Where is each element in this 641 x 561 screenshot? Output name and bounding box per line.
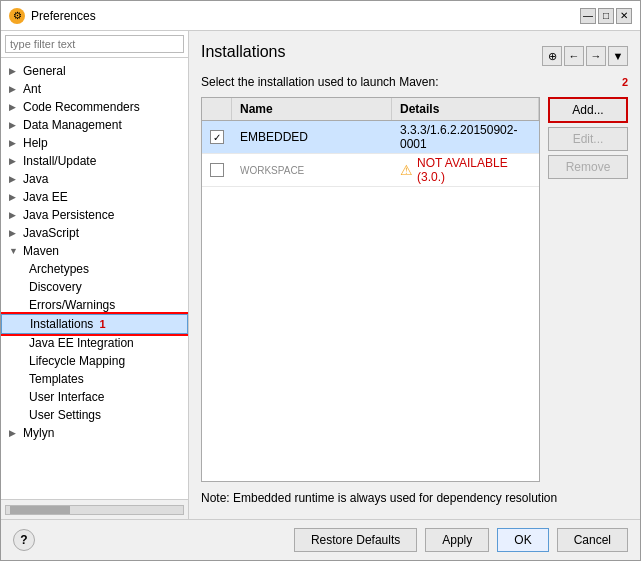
side-buttons: Add... Edit... Remove [548,97,628,482]
sidebar-item-user-interface[interactable]: User Interface [1,388,188,406]
table-row[interactable]: ✓ EMBEDDED 3.3.3/1.6.2.20150902-0001 [202,121,539,154]
apply-button[interactable]: Apply [425,528,489,552]
row-name-embedded: EMBEDDED [232,128,392,146]
remove-button[interactable]: Remove [548,155,628,179]
help-button[interactable]: ? [13,529,35,551]
sidebar-item-mylyn[interactable]: ▶ Mylyn [1,424,188,442]
window-controls: — □ ✕ [580,8,632,24]
titlebar: ⚙ Preferences — □ ✕ [1,1,640,31]
chevron-right-icon: ▶ [9,228,19,238]
filter-box [1,31,188,58]
chevron-right-icon: ▶ [9,66,19,76]
chevron-right-icon: ▶ [9,210,19,220]
chevron-right-icon: ▶ [9,84,19,94]
sidebar-item-errors-warnings[interactable]: Errors/Warnings [1,296,188,314]
row-checkbox-workspace[interactable] [202,161,232,179]
sidebar-item-user-settings[interactable]: User Settings [1,406,188,424]
checkbox-workspace[interactable] [210,163,224,177]
chevron-right-icon: ▶ [9,120,19,130]
sidebar-scrollbar[interactable] [1,499,188,519]
row-details-embedded: 3.3.3/1.6.2.20150902-0001 [392,121,539,153]
col-header-details: Details [392,98,539,120]
titlebar-left: ⚙ Preferences [9,8,96,24]
sidebar-item-discovery[interactable]: Discovery [1,278,188,296]
chevron-right-icon: ▶ [9,174,19,184]
sidebar: ▶ General ▶ Ant ▶ Code Recommenders ▶ Da… [1,31,189,519]
checkbox-embedded[interactable]: ✓ [210,130,224,144]
sidebar-item-javaee-integration[interactable]: Java EE Integration [1,334,188,352]
nav-forward-button[interactable]: → [586,46,606,66]
panel-subtitle: Select the installation used to launch M… [201,75,438,89]
badge-number-1: 1 [99,318,105,330]
sidebar-item-templates[interactable]: Templates [1,370,188,388]
sidebar-item-java-persistence[interactable]: ▶ Java Persistence [1,206,188,224]
sidebar-item-general[interactable]: ▶ General [1,62,188,80]
chevron-right-icon: ▶ [9,102,19,112]
table-row[interactable]: WORKSPACE ⚠ NOT AVAILABLE (3.0.) [202,154,539,187]
sidebar-item-archetypes[interactable]: Archetypes [1,260,188,278]
col-header-name: Name [232,98,392,120]
restore-defaults-button[interactable]: Restore Defaults [294,528,417,552]
sidebar-item-installations[interactable]: Installations 1 [1,314,188,334]
sidebar-item-javascript[interactable]: ▶ JavaScript [1,224,188,242]
sidebar-item-lifecycle-mapping[interactable]: Lifecycle Mapping [1,352,188,370]
table-header: Name Details [202,98,539,121]
sidebar-item-ant[interactable]: ▶ Ant [1,80,188,98]
bottom-bar: ? Restore Defaults Apply OK Cancel [1,519,640,560]
note-text: Note: Embedded runtime is always used fo… [201,490,628,507]
chevron-right-icon: ▶ [9,192,19,202]
content-area: ▶ General ▶ Ant ▶ Code Recommenders ▶ Da… [1,31,640,519]
minimize-button[interactable]: — [580,8,596,24]
close-button[interactable]: ✕ [616,8,632,24]
main-panel: Installations ⊕ ← → ▼ Select the install… [189,31,640,519]
scrollbar-thumb[interactable] [10,506,70,514]
nav-dropdown-button[interactable]: ⊕ [542,46,562,66]
badge-number-2: 2 [622,76,628,88]
tree: ▶ General ▶ Ant ▶ Code Recommenders ▶ Da… [1,58,188,499]
preferences-window: ⚙ Preferences — □ ✕ ▶ General ▶ [0,0,641,561]
table-empty-space [202,187,539,481]
col-header-checkbox [202,98,232,120]
chevron-right-icon: ▶ [9,156,19,166]
panel-title: Installations [201,43,286,61]
bottom-buttons: Restore Defaults Apply OK Cancel [294,528,628,552]
sidebar-item-data-management[interactable]: ▶ Data Management [1,116,188,134]
sidebar-item-install-update[interactable]: ▶ Install/Update [1,152,188,170]
row-details-workspace: ⚠ NOT AVAILABLE (3.0.) [392,154,539,186]
sidebar-item-code-recommenders[interactable]: ▶ Code Recommenders [1,98,188,116]
chevron-down-icon: ▼ [9,246,19,256]
sidebar-item-java-ee[interactable]: ▶ Java EE [1,188,188,206]
sidebar-item-java[interactable]: ▶ Java [1,170,188,188]
ok-button[interactable]: OK [497,528,548,552]
window-title: Preferences [31,9,96,23]
chevron-right-icon: ▶ [9,428,19,438]
installations-area: Name Details ✓ EMBEDDED 3.3.3/1.6.2.2015… [201,97,628,482]
warning-icon: ⚠ [400,162,413,178]
nav-menu-button[interactable]: ▼ [608,46,628,66]
installations-table: Name Details ✓ EMBEDDED 3.3.3/1.6.2.2015… [201,97,540,482]
sidebar-item-help[interactable]: ▶ Help [1,134,188,152]
chevron-right-icon: ▶ [9,138,19,148]
sidebar-item-maven[interactable]: ▼ Maven [1,242,188,260]
add-button[interactable]: Add... [548,97,628,123]
maximize-button[interactable]: □ [598,8,614,24]
window-icon: ⚙ [9,8,25,24]
scrollbar-track[interactable] [5,505,184,515]
navigation-arrows: ⊕ ← → ▼ [542,46,628,66]
row-checkbox-embedded[interactable]: ✓ [202,128,232,146]
nav-back-button[interactable]: ← [564,46,584,66]
edit-button[interactable]: Edit... [548,127,628,151]
row-name-workspace: WORKSPACE [232,163,392,178]
filter-input[interactable] [5,35,184,53]
cancel-button[interactable]: Cancel [557,528,628,552]
